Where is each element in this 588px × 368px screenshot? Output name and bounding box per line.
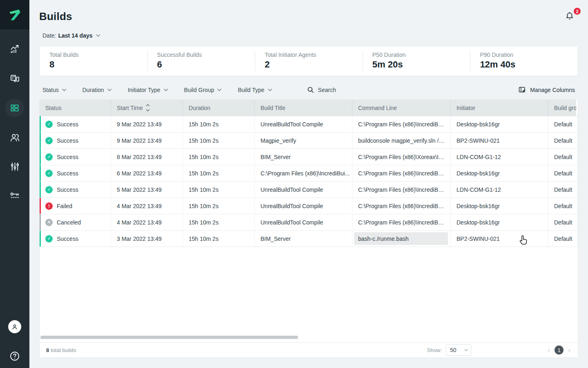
start-time-cell: 4 Mar 2022 13:49 bbox=[111, 214, 183, 230]
notifications-button[interactable]: 2 bbox=[564, 11, 579, 25]
sidebar-item-settings[interactable] bbox=[0, 157, 29, 176]
status-label: Failed bbox=[57, 203, 72, 209]
next-page-button[interactable]: › bbox=[567, 346, 571, 354]
chevron-down-icon bbox=[268, 87, 272, 91]
status-cell: ! Failed bbox=[40, 198, 111, 214]
notification-badge: 2 bbox=[574, 8, 581, 15]
duration-cell: 15h 10m 2s bbox=[183, 214, 255, 230]
column-header-start-time[interactable]: Start Time bbox=[111, 100, 183, 116]
users-icon bbox=[9, 132, 20, 143]
filter-status-dropdown[interactable]: Status bbox=[42, 87, 65, 93]
status-accent-bar bbox=[40, 132, 41, 148]
table-row[interactable]: ✓ Success 9 Mar 2022 13:49 15h 10m 2s Un… bbox=[40, 116, 578, 132]
sidebar-item-license[interactable] bbox=[0, 186, 29, 205]
status-cell: ✓ Success bbox=[40, 182, 111, 197]
duration-cell: 15h 10m 2s bbox=[183, 198, 255, 214]
filter-build-type-dropdown[interactable]: Build Type bbox=[238, 87, 271, 93]
sidebar-item-help[interactable] bbox=[0, 346, 29, 366]
table-row[interactable]: ✓ Success 3 Mar 2022 13:49 15h 10m 2s BI… bbox=[40, 231, 578, 247]
status-cell: ✓ Success bbox=[40, 132, 111, 148]
table-row[interactable]: ✓ Success 6 Mar 2022 13:49 15h 10m 2s C:… bbox=[40, 165, 578, 182]
build-group-cell: Default bbox=[548, 214, 578, 230]
duration-cell: 15h 10m 2s bbox=[183, 182, 255, 197]
initiator-cell: Desktop-bsk16gr bbox=[451, 116, 548, 132]
duration-cell: 15h 10m 2s bbox=[183, 116, 255, 132]
status-label: Success bbox=[57, 186, 78, 193]
sidebar-item-analytics[interactable] bbox=[0, 39, 29, 58]
prev-page-button[interactable]: ‹ bbox=[547, 346, 551, 354]
pagination: ‹ 1 › bbox=[547, 346, 571, 355]
chevron-down-icon bbox=[62, 87, 66, 91]
command-line-value: buildconsole magpie_verify.sln /V... bbox=[358, 137, 445, 144]
command-line-cell: C:\Program Files (x86)\IncrediBui... bbox=[352, 165, 451, 181]
status-cell: ✓ Success bbox=[40, 231, 111, 247]
table-footer: 8total builds Show: 50 ‹ 1 › bbox=[40, 342, 578, 357]
column-header-duration[interactable]: Duration bbox=[183, 100, 255, 116]
duration-cell: 15h 10m 2s bbox=[183, 149, 255, 165]
build-title-cell: UnrealBuildTool Compile bbox=[255, 198, 352, 214]
status-accent-bar bbox=[40, 214, 41, 230]
start-time-cell: 3 Mar 2022 13:49 bbox=[111, 231, 183, 247]
start-time-cell: 9 Mar 2022 13:49 bbox=[111, 132, 183, 148]
current-page-button[interactable]: 1 bbox=[555, 346, 564, 355]
status-icon: ✓ bbox=[45, 235, 53, 242]
status-label: Canceled bbox=[57, 219, 81, 226]
stat-successful-builds: Successful Builds 6 bbox=[147, 46, 255, 76]
table-row[interactable]: ✓ Success 8 Mar 2022 13:49 15h 10m 2s BI… bbox=[40, 149, 578, 165]
command-line-cell: C:\Program Files (x86)\Xoreax\In... bbox=[352, 149, 451, 165]
initiator-cell: BP2-SWINU-021 bbox=[451, 231, 548, 247]
total-builds-count: 8total builds bbox=[46, 347, 76, 353]
search-button[interactable]: Search bbox=[307, 86, 336, 94]
sidebar-item-builds[interactable] bbox=[0, 98, 29, 118]
start-time-cell: 8 Mar 2022 13:49 bbox=[111, 149, 183, 165]
search-label: Search bbox=[318, 87, 336, 93]
column-header-command-line[interactable]: Command Line bbox=[352, 100, 451, 116]
column-header-status[interactable]: Status bbox=[40, 100, 111, 116]
initiator-cell: LDN-COM-G1-12 bbox=[451, 182, 548, 197]
status-cell: ✓ Success bbox=[40, 116, 111, 132]
command-line-value: C:\Program Files (x86)\IncrediBui... bbox=[358, 121, 445, 128]
column-header-build-group[interactable]: Build group bbox=[548, 100, 576, 116]
table-row[interactable]: ! Failed 4 Mar 2022 13:49 15h 10m 2s Unr… bbox=[40, 198, 578, 214]
initiator-cell: Desktop-bsk16gr bbox=[451, 165, 548, 181]
filter-initiator-type-dropdown[interactable]: Initiator Type bbox=[128, 87, 167, 93]
date-filter-dropdown[interactable]: Date: Last 14 days bbox=[42, 32, 99, 39]
status-icon: ✓ bbox=[45, 170, 53, 177]
chevron-down-icon bbox=[107, 87, 111, 91]
analytics-icon bbox=[9, 43, 20, 54]
page-size-select[interactable]: 50 bbox=[446, 344, 471, 356]
table-row[interactable]: ✕ Canceled 4 Mar 2022 13:49 15h 10m 2s U… bbox=[40, 214, 578, 231]
manage-columns-button[interactable]: Manage Columns bbox=[518, 86, 578, 94]
status-label: Success bbox=[57, 121, 78, 128]
table-row[interactable]: ✓ Success 9 Mar 2022 13:49 15h 10m 2s Ma… bbox=[40, 132, 578, 149]
filter-duration-dropdown[interactable]: Duration bbox=[82, 87, 111, 93]
table-empty-area bbox=[40, 247, 578, 336]
status-accent-bar bbox=[40, 116, 41, 132]
column-header-build-title[interactable]: Build Title bbox=[255, 100, 352, 116]
chevron-down-icon bbox=[164, 87, 168, 91]
build-group-cell: Default bbox=[548, 231, 578, 247]
horizontal-scrollbar[interactable] bbox=[40, 336, 577, 339]
incredibuild-logo-icon bbox=[7, 7, 22, 22]
status-label: Success bbox=[57, 236, 78, 242]
sidebar-item-agents[interactable] bbox=[0, 69, 29, 88]
start-time-cell: 6 Mar 2022 13:49 bbox=[111, 165, 183, 181]
filter-build-group-dropdown[interactable]: Build Group bbox=[184, 87, 221, 93]
incredibuild-logo[interactable] bbox=[0, 0, 29, 29]
column-header-initiator[interactable]: Initiator bbox=[451, 100, 548, 116]
chevron-down-icon bbox=[464, 348, 468, 351]
command-line-cell: C:\Program Files (x86)\IncrediBui... bbox=[352, 214, 451, 230]
builds-dashboard: Builds 2 Date: Last 14 days Total Builds… bbox=[0, 0, 588, 368]
help-icon bbox=[9, 350, 20, 362]
build-title-cell: BIM_Server bbox=[255, 149, 352, 165]
initiator-cell: LDN-COM-G1-12 bbox=[451, 149, 548, 165]
page-title: Builds bbox=[39, 10, 72, 23]
sidebar-item-profile[interactable] bbox=[0, 317, 29, 337]
initiator-cell: Desktop-bsk16gr bbox=[451, 198, 548, 214]
builds-icon bbox=[9, 103, 20, 113]
manage-columns-icon bbox=[518, 86, 526, 94]
sidebar-item-users[interactable] bbox=[0, 128, 29, 147]
table-row[interactable]: ✓ Success 5 Mar 2022 13:49 15h 10m 2s Un… bbox=[40, 182, 578, 198]
scrollbar-thumb[interactable] bbox=[40, 336, 298, 339]
initiator-cell: BP2-SWINU-021 bbox=[451, 132, 548, 148]
